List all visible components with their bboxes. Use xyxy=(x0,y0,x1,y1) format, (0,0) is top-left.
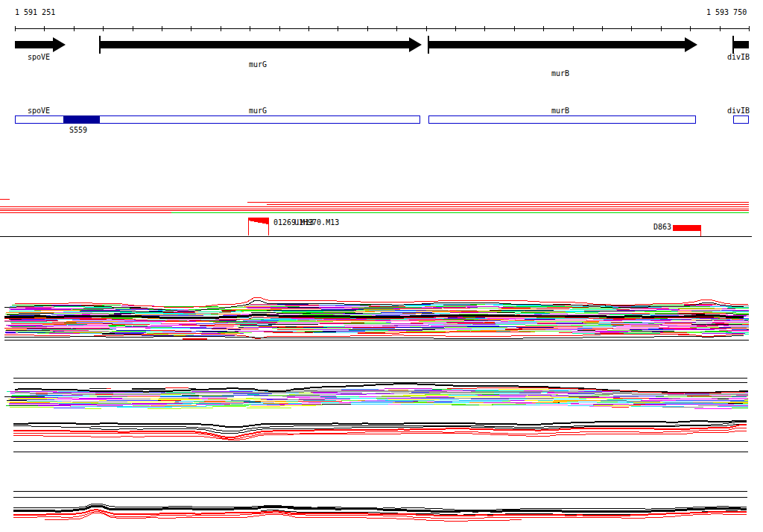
clone-tick xyxy=(700,231,701,236)
ruler-tick xyxy=(279,26,280,31)
separator-line xyxy=(13,441,748,442)
ruler-line xyxy=(15,28,749,29)
feature-box[interactable] xyxy=(733,115,749,124)
gene-arrow-divIB[interactable] xyxy=(733,41,749,48)
ruler-tick xyxy=(426,26,427,31)
feature-box[interactable] xyxy=(428,115,696,124)
profile-band-band1 xyxy=(4,297,749,338)
read-line xyxy=(247,202,749,203)
ruler-tick xyxy=(191,26,191,31)
separator-line xyxy=(13,382,747,383)
genome-browser-view: 1 591 251 1 593 750 spoVEmurGmurBdivIB s… xyxy=(0,0,763,532)
ruler-tick xyxy=(690,26,691,31)
gene-arrowhead-murB xyxy=(685,37,697,52)
ruler-tick xyxy=(250,26,250,31)
ruler-tick xyxy=(631,26,632,31)
variant-box-filled[interactable] xyxy=(63,115,100,124)
read-name-label-2: U1H970.M13 xyxy=(294,218,339,227)
gene-arrowhead-murG xyxy=(409,37,422,52)
ruler-end-coordinate: 1 593 750 xyxy=(706,7,747,17)
feature-label-murB: murB xyxy=(551,106,569,115)
ruler-tick xyxy=(484,26,485,31)
ruler-tick xyxy=(455,26,456,31)
ruler-tick xyxy=(661,26,662,31)
ruler-tick xyxy=(367,26,368,31)
misc-segment xyxy=(189,388,196,389)
gene-arrow-murB[interactable] xyxy=(428,41,685,48)
feature-label-spoVE: spoVE xyxy=(28,106,50,115)
misc-segment xyxy=(132,388,165,390)
separator-line xyxy=(13,497,747,498)
separator-line xyxy=(13,378,747,379)
gene-label-spoVE: spoVE xyxy=(28,52,50,62)
profile-band-band2 xyxy=(4,384,748,409)
gene-arrowhead-spoVE xyxy=(53,37,66,52)
ruler-start-coordinate: 1 591 251 xyxy=(15,7,55,17)
ruler-tick xyxy=(15,26,16,31)
read-line xyxy=(0,206,749,207)
misc-segment xyxy=(107,388,111,389)
ruler-tick xyxy=(133,26,133,31)
read-line xyxy=(0,209,749,209)
ruler-tick xyxy=(338,26,338,31)
separator-line xyxy=(0,236,752,237)
gene-label-murB: murB xyxy=(551,69,569,78)
ruler-tick xyxy=(103,26,104,31)
ruler-tick xyxy=(308,26,309,31)
gene-label-murG: murG xyxy=(249,60,267,69)
ruler-tick xyxy=(162,26,162,31)
clone-label: D863 xyxy=(653,222,671,232)
ruler-tick xyxy=(396,26,397,31)
ruler-tick xyxy=(74,26,75,31)
profile-band-band4 xyxy=(13,504,747,521)
gene-arrow-spoVE[interactable] xyxy=(15,41,53,48)
feature-label-divIB: divIB xyxy=(727,106,750,115)
read-flag-stem xyxy=(248,218,249,235)
misc-segment xyxy=(183,338,207,340)
ruler-tick xyxy=(514,26,515,31)
separator-line xyxy=(13,491,747,492)
misc-segment xyxy=(89,388,107,389)
misc-segment xyxy=(165,387,189,388)
profile-band-band3 xyxy=(13,421,747,440)
read-line xyxy=(0,210,749,211)
read-flag[interactable] xyxy=(248,218,268,224)
variant-label: S559 xyxy=(69,125,87,135)
ruler-tick xyxy=(749,26,750,31)
clone-bar[interactable] xyxy=(673,225,701,231)
read-line xyxy=(267,204,749,205)
read-line xyxy=(0,199,10,200)
separator-line xyxy=(4,340,749,341)
ruler-tick xyxy=(720,26,721,31)
ruler-tick xyxy=(44,26,45,31)
feature-label-murG: murG xyxy=(249,106,267,115)
read-flag-stem xyxy=(268,218,269,235)
ruler-tick xyxy=(602,26,603,31)
read-line xyxy=(171,212,749,213)
gene-label-divIB: divIB xyxy=(727,52,750,62)
read-line xyxy=(0,212,171,213)
gene-arrow-murG[interactable] xyxy=(100,41,409,48)
ruler-tick xyxy=(543,26,544,31)
ruler-tick xyxy=(573,26,574,31)
ruler-tick xyxy=(221,26,221,31)
separator-line xyxy=(13,452,748,452)
